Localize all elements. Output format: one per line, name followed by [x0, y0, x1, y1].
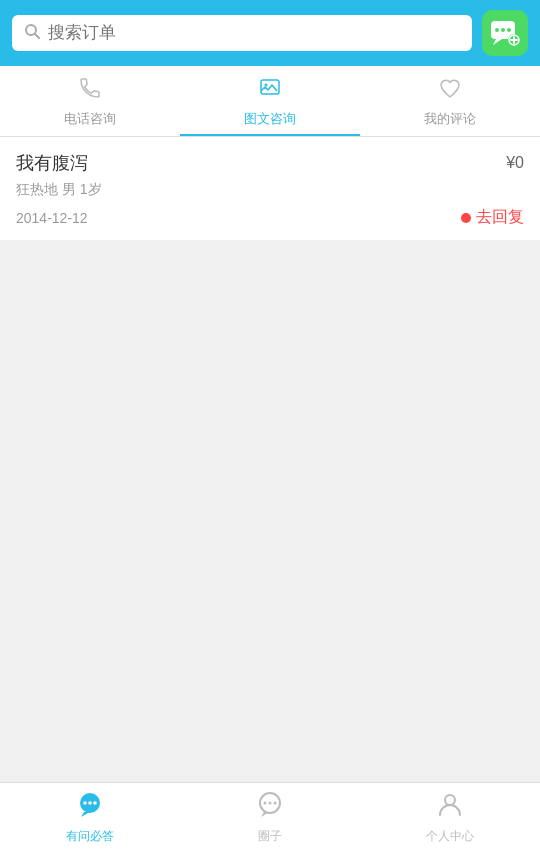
main-content: 我有腹泻 ¥0 狂热地 男 1岁 2014-12-12 去回复 [0, 137, 540, 782]
nav-circle-label: 圈子 [258, 828, 282, 845]
svg-marker-3 [493, 39, 502, 45]
circle-icon [256, 790, 284, 825]
new-message-button[interactable] [482, 10, 528, 56]
nav-item-profile[interactable]: 个人中心 [360, 783, 540, 852]
tab-phone[interactable]: 电话咨询 [0, 66, 180, 136]
tabs-bar: 电话咨询 图文咨询 我的评论 [0, 66, 540, 137]
tab-graphic-label: 图文咨询 [244, 110, 296, 128]
svg-point-5 [501, 28, 505, 32]
qa-icon [76, 790, 104, 825]
bottom-nav: 有问必答 圈子 个人中心 [0, 782, 540, 852]
svg-point-21 [274, 802, 277, 805]
svg-point-19 [264, 802, 267, 805]
nav-item-circle[interactable]: 圈子 [180, 783, 360, 852]
svg-point-15 [88, 801, 92, 805]
tab-phone-label: 电话咨询 [64, 110, 116, 128]
card-price: ¥0 [506, 154, 524, 172]
svg-marker-22 [261, 812, 269, 817]
reply-button[interactable]: 去回复 [476, 207, 524, 228]
card-header: 我有腹泻 ¥0 [16, 151, 524, 175]
image-text-icon [258, 76, 282, 106]
svg-point-23 [445, 795, 455, 805]
heart-icon [438, 76, 462, 106]
search-box[interactable] [12, 15, 472, 51]
tab-graphic[interactable]: 图文咨询 [180, 66, 360, 136]
svg-point-20 [269, 802, 272, 805]
search-input[interactable] [48, 23, 460, 43]
svg-point-6 [507, 28, 511, 32]
phone-icon [78, 76, 102, 106]
card-footer: 2014-12-12 去回复 [16, 207, 524, 228]
nav-item-qa[interactable]: 有问必答 [0, 783, 180, 852]
tab-review-label: 我的评论 [424, 110, 476, 128]
nav-qa-label: 有问必答 [66, 828, 114, 845]
profile-icon [436, 790, 464, 825]
header [0, 0, 540, 66]
search-icon [24, 23, 40, 43]
tab-review[interactable]: 我的评论 [360, 66, 540, 136]
consult-card[interactable]: 我有腹泻 ¥0 狂热地 男 1岁 2014-12-12 去回复 [0, 137, 540, 240]
unread-dot [461, 213, 471, 223]
nav-profile-label: 个人中心 [426, 828, 474, 845]
reply-action[interactable]: 去回复 [461, 207, 524, 228]
card-patient-info: 狂热地 男 1岁 [16, 181, 524, 199]
card-date: 2014-12-12 [16, 210, 88, 226]
svg-point-12 [265, 84, 268, 87]
svg-point-16 [93, 801, 97, 805]
svg-point-4 [495, 28, 499, 32]
svg-point-14 [83, 801, 87, 805]
card-title: 我有腹泻 [16, 151, 88, 175]
svg-line-1 [35, 34, 39, 38]
